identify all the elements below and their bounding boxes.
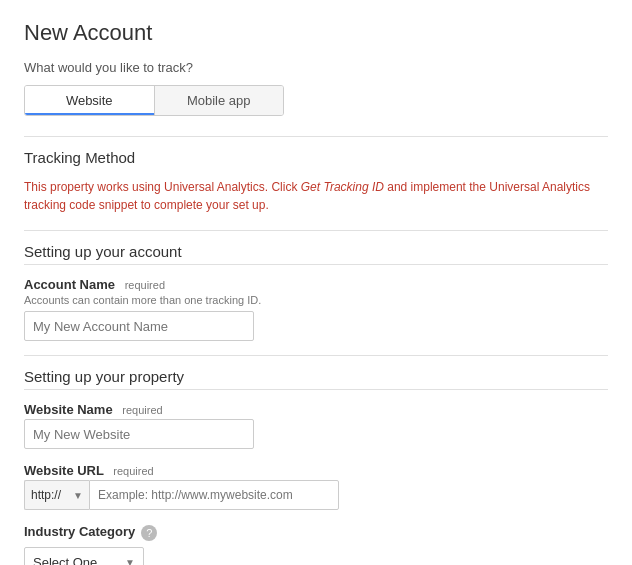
- account-section: Setting up your account: [24, 243, 608, 265]
- divider-1: [24, 136, 608, 137]
- protocol-chevron-icon: ▼: [73, 490, 83, 501]
- protocol-value: http://: [31, 488, 61, 502]
- website-url-input[interactable]: [89, 480, 339, 510]
- account-name-input[interactable]: [24, 311, 254, 341]
- page-title: New Account: [24, 20, 608, 46]
- track-question: What would you like to track?: [24, 60, 608, 75]
- protocol-dropdown[interactable]: http:// ▼: [24, 480, 89, 510]
- website-name-field: Website Name required: [24, 402, 608, 449]
- account-name-hint: Accounts can contain more than one track…: [24, 294, 608, 306]
- property-section-divider: [24, 389, 608, 390]
- account-name-field: Account Name required Accounts can conta…: [24, 277, 608, 341]
- account-name-required: required: [125, 279, 165, 291]
- industry-select[interactable]: Select One ▼: [24, 547, 144, 565]
- tracking-method-title: Tracking Method: [24, 149, 608, 166]
- website-url-label: Website URL required: [24, 463, 608, 478]
- website-url-required: required: [113, 465, 153, 477]
- account-name-label: Account Name required: [24, 277, 608, 292]
- account-section-divider: [24, 264, 608, 265]
- tracking-method-section: Tracking Method: [24, 149, 608, 166]
- industry-label-row: Industry Category ?: [24, 524, 608, 541]
- industry-chevron-icon: ▼: [125, 557, 135, 566]
- tracking-info-text: This property works using Universal Anal…: [24, 178, 608, 214]
- account-section-title: Setting up your account: [24, 243, 608, 260]
- divider-2: [24, 230, 608, 231]
- industry-help-icon[interactable]: ?: [141, 525, 157, 541]
- url-input-group: http:// ▼: [24, 480, 608, 510]
- divider-3: [24, 355, 608, 356]
- track-type-tabs: Website Mobile app: [24, 85, 284, 116]
- tab-website[interactable]: Website: [25, 86, 155, 115]
- tracking-info-part1: This property works using Universal Anal…: [24, 180, 301, 194]
- industry-select-value: Select One: [33, 555, 97, 566]
- website-name-label: Website Name required: [24, 402, 608, 417]
- industry-category-field: Industry Category ? Select One ▼: [24, 524, 608, 565]
- property-section-title: Setting up your property: [24, 368, 608, 385]
- website-url-field: Website URL required http:// ▼: [24, 463, 608, 510]
- industry-label: Industry Category: [24, 524, 135, 539]
- website-name-required: required: [122, 404, 162, 416]
- tab-mobile-app[interactable]: Mobile app: [155, 86, 284, 115]
- property-section: Setting up your property: [24, 368, 608, 390]
- website-name-input[interactable]: [24, 419, 254, 449]
- get-tracking-id-link[interactable]: Get Tracking ID: [301, 180, 384, 194]
